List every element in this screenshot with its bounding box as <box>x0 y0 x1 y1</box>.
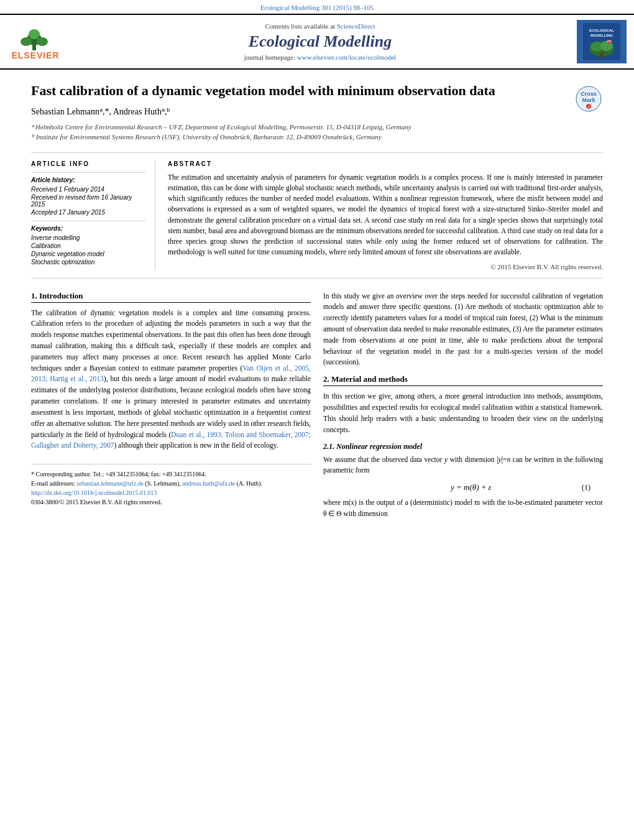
elsevier-tree-icon <box>14 25 57 50</box>
section1-heading: 1. Introduction <box>31 291 311 303</box>
svg-point-2 <box>21 37 32 46</box>
svg-rect-11 <box>600 53 603 58</box>
authors: Sebastian Lehmannᵃ,*, Andreas Huthᵃ,ᵇ <box>31 106 566 117</box>
accepted-date: Accepted 17 January 2015 <box>31 209 145 216</box>
keywords-label: Keywords: <box>31 225 145 232</box>
svg-point-3 <box>37 37 48 46</box>
article-history-section: Article history: Received 1 February 201… <box>31 172 145 216</box>
keyword-2: Calibration <box>31 242 145 249</box>
keyword-3: Dynamic vegetation model <box>31 251 145 257</box>
journal-logo: ECOLOGICAL MODELLING <box>577 20 627 63</box>
email-link-2[interactable]: andreas.huth@ufz.de <box>182 480 235 487</box>
svg-text:✓: ✓ <box>587 105 590 109</box>
contents-line: Contents lists available at ScienceDirec… <box>71 22 569 30</box>
subsection21-p1: We assume that the observed data vector … <box>323 455 603 477</box>
svg-text:ECOLOGICAL: ECOLOGICAL <box>589 29 614 32</box>
article-info-heading: ARTICLE INFO <box>31 160 145 167</box>
article-info-abstract-section: ARTICLE INFO Article history: Received 1… <box>31 152 603 279</box>
journal-logo-icon: ECOLOGICAL MODELLING <box>583 23 620 60</box>
email-link-1[interactable]: sebastian.lehmann@ufz.de <box>76 480 144 487</box>
keyword-1: Inverse modelling <box>31 234 145 241</box>
section1-col2-p1: In this study we give an overview over t… <box>323 291 603 369</box>
abstract-text: The estimation and uncertainty analysis … <box>168 172 603 258</box>
revised-date: Received in revised form 16 January 2015 <box>31 194 145 208</box>
journal-header: ELSEVIER Contents lists available at Sci… <box>0 14 634 70</box>
sciencedirect-link[interactable]: ScienceDirect <box>337 22 375 30</box>
column-right: In this study we give an overview over t… <box>323 291 603 526</box>
copyright-line: © 2015 Elsevier B.V. All rights reserved… <box>168 263 603 270</box>
journal-center: Contents lists available at ScienceDirec… <box>71 22 569 61</box>
homepage-link[interactable]: www.elsevier.com/locate/ecolmodel <box>297 53 396 61</box>
subsection21-heading: 2.1. Nonlinear regression model <box>323 442 603 451</box>
equation1: y = m(θ) + ε <box>451 482 492 492</box>
doi-link[interactable]: http://dx.doi.org/10.1016/j.ecolmodel.20… <box>31 489 157 496</box>
cite-duan: Duan et al., 1993; Tolson and Shoemaker,… <box>31 431 311 450</box>
crossmark-icon: Cross Mark ✓ <box>575 85 603 113</box>
cite-vanoijen: Van Oijen et al., 2005, 2013; Hartig et … <box>31 364 311 383</box>
svg-text:Mark: Mark <box>582 97 595 103</box>
elsevier-label: ELSEVIER <box>11 50 59 60</box>
issn-line: 0304-3800/© 2015 Elsevier B.V. All right… <box>31 497 311 507</box>
received-date: Received 1 February 2014 <box>31 186 145 193</box>
svg-text:Cross: Cross <box>581 91 597 97</box>
article-history-label: Article history: <box>31 177 145 183</box>
abstract-heading: ABSTRACT <box>168 160 603 167</box>
elsevier-logo: ELSEVIER <box>7 23 63 60</box>
title-row: Fast calibration of a dynamic vegetation… <box>31 82 603 152</box>
affiliation-b: ᵇ Institute for Environmental Systems Re… <box>31 132 566 142</box>
affiliation-a: ᵃ Helmholtz Centre for Environmental Res… <box>31 122 566 132</box>
affiliations: ᵃ Helmholtz Centre for Environmental Res… <box>31 122 566 142</box>
abstract-section: ABSTRACT The estimation and uncertainty … <box>168 160 603 270</box>
article-body: Fast calibration of a dynamic vegetation… <box>0 70 634 538</box>
equation1-line: y = m(θ) + ε (1) <box>336 482 590 492</box>
article-info: ARTICLE INFO Article history: Received 1… <box>31 160 155 270</box>
svg-point-4 <box>29 29 40 39</box>
article-title: Fast calibration of a dynamic vegetation… <box>31 82 566 100</box>
svg-text:MODELLING: MODELLING <box>590 34 613 37</box>
section2-p1: In this section we give, among others, a… <box>323 391 603 435</box>
homepage-line: journal homepage: www.elsevier.com/locat… <box>71 53 569 61</box>
equation1-number: (1) <box>582 483 590 492</box>
citation-bar: Ecological Modelling 301 (2015) 98–105 <box>0 0 634 14</box>
keyword-4: Stochastic optimization <box>31 259 145 265</box>
subsection21-p2: where m(x) is the output of a (determini… <box>323 497 603 520</box>
two-column-section: 1. Introduction The calibration of dynam… <box>31 291 603 526</box>
citation-text: Ecological Modelling 301 (2015) 98–105 <box>260 4 374 11</box>
footnote-star: * Corresponding author. Tel.: +49 341235… <box>31 469 311 479</box>
footnotes: * Corresponding author. Tel.: +49 341235… <box>31 464 311 507</box>
column-left: 1. Introduction The calibration of dynam… <box>31 291 311 526</box>
section1-paragraph1: The calibration of dynamic vegetation mo… <box>31 308 311 452</box>
keywords-section: Keywords: Inverse modelling Calibration … <box>31 221 145 265</box>
journal-title: Ecological Modelling <box>71 32 569 51</box>
svg-point-12 <box>607 40 612 44</box>
section2-heading: 2. Material and methods <box>323 374 603 386</box>
footnote-email: E-mail addresses: sebastian.lehmann@ufz.… <box>31 479 311 488</box>
doi-line: http://dx.doi.org/10.1016/j.ecolmodel.20… <box>31 488 311 497</box>
